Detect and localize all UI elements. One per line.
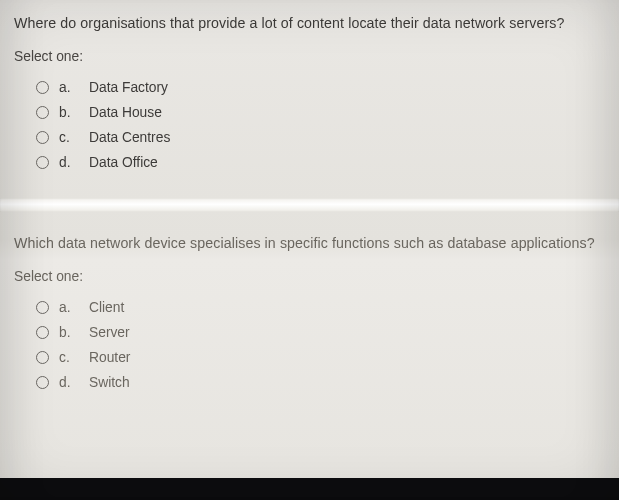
option-c[interactable]: c. Router [36, 350, 605, 365]
option-d[interactable]: d. Switch [36, 375, 605, 390]
option-label: Server [89, 325, 130, 340]
option-label: Client [89, 300, 124, 315]
option-letter: d. [59, 155, 79, 170]
radio-icon[interactable] [36, 106, 49, 119]
option-letter: c. [59, 130, 79, 145]
option-letter: a. [59, 300, 79, 315]
radio-icon[interactable] [36, 131, 49, 144]
radio-icon[interactable] [36, 81, 49, 94]
radio-icon[interactable] [36, 326, 49, 339]
question-text: Which data network device specialises in… [14, 234, 605, 253]
question-text: Where do organisations that provide a lo… [14, 14, 605, 33]
option-label: Data Office [89, 155, 158, 170]
bottom-bar [0, 478, 619, 500]
radio-icon[interactable] [36, 376, 49, 389]
option-b[interactable]: b. Server [36, 325, 605, 340]
option-label: Router [89, 350, 130, 365]
options-list: a. Client b. Server c. Router d. Switch [14, 300, 605, 390]
options-list: a. Data Factory b. Data House c. Data Ce… [14, 80, 605, 170]
question-block-2: Which data network device specialises in… [0, 212, 619, 418]
option-a[interactable]: a. Data Factory [36, 80, 605, 95]
option-label: Switch [89, 375, 130, 390]
option-letter: c. [59, 350, 79, 365]
option-label: Data House [89, 105, 162, 120]
option-b[interactable]: b. Data House [36, 105, 605, 120]
option-label: Data Centres [89, 130, 170, 145]
question-block-1: Where do organisations that provide a lo… [0, 0, 619, 198]
select-one-label: Select one: [14, 269, 605, 284]
option-letter: b. [59, 325, 79, 340]
option-c[interactable]: c. Data Centres [36, 130, 605, 145]
divider [0, 198, 619, 212]
radio-icon[interactable] [36, 156, 49, 169]
option-letter: d. [59, 375, 79, 390]
quiz-page: Where do organisations that provide a lo… [0, 0, 619, 500]
radio-icon[interactable] [36, 351, 49, 364]
option-letter: b. [59, 105, 79, 120]
select-one-label: Select one: [14, 49, 605, 64]
radio-icon[interactable] [36, 301, 49, 314]
option-label: Data Factory [89, 80, 168, 95]
option-d[interactable]: d. Data Office [36, 155, 605, 170]
option-a[interactable]: a. Client [36, 300, 605, 315]
option-letter: a. [59, 80, 79, 95]
